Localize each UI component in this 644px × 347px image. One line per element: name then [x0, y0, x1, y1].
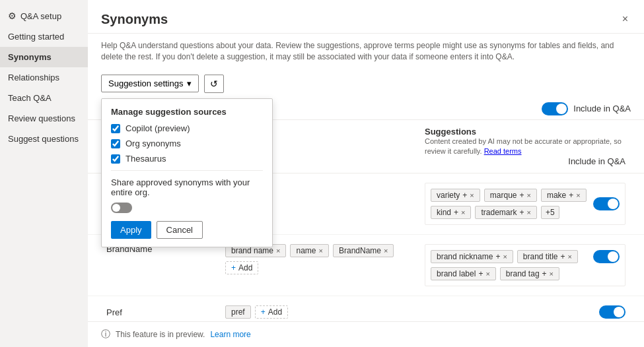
pref-include-toggle[interactable] [599, 305, 626, 319]
dropdown-panel: Manage suggestion sources Copilot (previ… [101, 98, 273, 247]
remove-icon[interactable]: × [470, 191, 474, 199]
checkbox-thesaurus: Thesaurus [111, 154, 263, 164]
brandname-suggestions: brand nickname + × brand title + × brand… [419, 241, 631, 289]
include-qna-col: Include in Q&A [425, 156, 626, 166]
tag-brand-title: brand title + × [517, 250, 578, 263]
tag-text: brand label [437, 269, 476, 278]
thesaurus-checkbox[interactable] [111, 154, 120, 164]
read-terms-link[interactable]: Read terms [484, 147, 522, 155]
tag-marque: marque + × [484, 189, 537, 202]
plus-icon: + [454, 208, 458, 217]
sidebar-item-label: Suggest questions [8, 134, 79, 144]
brandname-add-button[interactable]: + Add [225, 261, 258, 274]
tag-text: trademark [481, 208, 517, 217]
plus-icon: + [231, 263, 236, 272]
suggestions-include-toggle[interactable] [593, 197, 620, 210]
apply-button[interactable]: Apply [111, 221, 151, 239]
org-synonyms-checkbox[interactable] [111, 139, 120, 148]
tag-text: kind [437, 208, 451, 217]
brandname-include-toggle[interactable] [593, 250, 620, 263]
tag-make: make + × [541, 189, 587, 202]
tag-brand-label: brand label + × [431, 267, 496, 280]
close-button[interactable]: × [620, 11, 631, 28]
plus-icon: + [569, 191, 573, 200]
page-title: Synonyms [101, 12, 168, 27]
page-header: Synonyms × [88, 0, 644, 34]
chevron-down-icon: ▾ [187, 79, 192, 88]
info-icon: ⓘ [101, 329, 110, 340]
sidebar-item-review-questions[interactable]: Review questions [0, 108, 88, 129]
share-label: Share approved synonyms with your entire… [111, 177, 263, 197]
refresh-button[interactable]: ↺ [204, 75, 224, 93]
remove-icon[interactable]: × [527, 191, 531, 199]
tag-text: brand nickname [437, 252, 493, 261]
sidebar-item-getting-started[interactable]: Getting started [0, 26, 88, 47]
sidebar-item-label: Review questions [8, 113, 75, 123]
suggestions-sub-text: Content created by AI may not be accurat… [425, 137, 622, 155]
plus-icon: + [561, 252, 565, 261]
tag-name: name × [290, 244, 328, 257]
count-badge[interactable]: +5 [541, 206, 559, 219]
brandname-suggestion-tags: brand nickname + × brand title + × brand… [431, 250, 589, 280]
tag-text: BrandName [339, 246, 381, 255]
checkbox-copilot: Copilot (preview) [111, 123, 263, 133]
tag-trademark: trademark + × [475, 206, 536, 219]
col-suggestions-label: Suggestions [425, 127, 626, 137]
field-row-pref: Pref pref + Add [88, 296, 644, 321]
remove-icon[interactable]: × [384, 247, 388, 255]
cancel-button[interactable]: Cancel [157, 221, 203, 239]
sidebar-item-label: Relationships [8, 73, 59, 82]
pref-add-button[interactable]: + Add [255, 305, 288, 319]
plus-icon: + [495, 252, 500, 261]
tag-text: make [547, 191, 566, 200]
top-include-toggle[interactable] [542, 102, 568, 115]
remove-icon[interactable]: × [485, 270, 489, 278]
remove-icon[interactable]: × [319, 247, 323, 255]
sidebar-item-relationships[interactable]: Relationships [0, 67, 88, 88]
add-label: Add [268, 307, 282, 317]
sidebar-item-label: Teach Q&A [8, 93, 52, 103]
suggestion-settings-dropdown: Suggestion settings ▾ Manage suggestion … [101, 75, 199, 92]
tag-text: brand tag [506, 269, 540, 278]
remove-icon[interactable]: × [503, 253, 507, 261]
remove-icon[interactable]: × [550, 270, 554, 278]
sidebar-item-label: Getting started [8, 32, 64, 42]
plus-icon: + [520, 208, 524, 217]
include-qna-col-label: Include in Q&A [568, 156, 626, 166]
dropdown-title: Manage suggestion sources [111, 107, 263, 117]
sidebar-setup-label: Q&A setup [20, 11, 61, 21]
suggestion-settings-label: Suggestion settings [108, 79, 183, 88]
plus-icon: + [519, 191, 524, 200]
col-suggestions-container: Suggestions Content created by AI may no… [419, 124, 631, 170]
copilot-label: Copilot (preview) [125, 123, 190, 133]
footer: ⓘ This feature is in preview. Learn more [88, 321, 644, 347]
tag-text: brand name [231, 246, 273, 255]
share-toggle[interactable] [111, 203, 132, 213]
gear-icon: ⚙ [8, 11, 17, 21]
tag-kind: kind + × [431, 206, 471, 219]
suggestions-toggle-area [593, 197, 620, 210]
remove-icon[interactable]: × [461, 208, 465, 216]
sidebar: ⚙ Q&A setup Getting started Synonyms Rel… [0, 0, 88, 347]
sidebar-item-setup[interactable]: ⚙ Q&A setup [0, 5, 88, 26]
plus-icon: + [542, 269, 547, 278]
brandname-toggle-area [593, 250, 620, 265]
col-suggestions-sub: Content created by AI may not be accurat… [425, 137, 626, 157]
sidebar-item-synonyms[interactable]: Synonyms [0, 47, 88, 67]
footer-info-text: This feature is in preview. [116, 330, 205, 339]
sidebar-item-teach-qna[interactable]: Teach Q&A [0, 88, 88, 108]
page-description: Help Q&A understand questions about your… [88, 34, 644, 69]
include-qna-label: Include in Q&A [573, 104, 631, 113]
plus-icon: + [261, 307, 266, 317]
remove-icon[interactable]: × [276, 247, 280, 255]
remove-icon[interactable]: × [527, 208, 531, 216]
tag-text: marque [490, 191, 517, 200]
remove-icon[interactable]: × [568, 253, 572, 261]
sidebar-item-suggest-questions[interactable]: Suggest questions [0, 129, 88, 149]
learn-more-link[interactable]: Learn more [210, 330, 250, 339]
tag-text: name [296, 246, 316, 255]
remove-icon[interactable]: × [576, 191, 580, 199]
suggestion-settings-button[interactable]: Suggestion settings ▾ [101, 75, 199, 92]
copilot-checkbox[interactable] [111, 124, 120, 133]
add-label: Add [238, 263, 252, 272]
